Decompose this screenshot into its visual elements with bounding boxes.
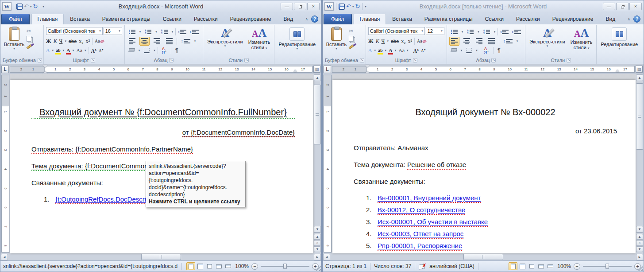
- bold-button[interactable]: Ж: [46, 38, 51, 44]
- underline-button[interactable]: Ч: [59, 38, 63, 44]
- font-size-combo[interactable]: 12▾: [426, 27, 444, 35]
- horizontal-scroll-track[interactable]: [331, 254, 636, 260]
- tab-review[interactable]: Рецензирование: [224, 14, 278, 24]
- justify-button[interactable]: [164, 37, 174, 46]
- right-margin-marker[interactable]: [616, 68, 619, 72]
- superscript-button[interactable]: x²: [85, 38, 90, 44]
- decrease-indent-button[interactable]: [178, 28, 188, 35]
- sort-button[interactable]: АЯ↓: [160, 46, 169, 55]
- underline-button[interactable]: Ч: [382, 38, 385, 44]
- tab-selector-button[interactable]: L: [1, 66, 9, 73]
- vertical-scroll-track[interactable]: [314, 81, 321, 226]
- undo-dropdown-icon[interactable]: ▾: [352, 5, 354, 8]
- quick-styles-button[interactable]: A Экспресс-стили ▾: [204, 26, 245, 57]
- zoom-level[interactable]: 100%: [557, 263, 571, 269]
- italic-button[interactable]: К: [376, 38, 379, 44]
- document-page[interactable]: Входящий документ № Вх-000022 от 23.06.2…: [332, 80, 636, 253]
- fullscreen-reading-view-button[interactable]: [196, 262, 204, 270]
- shading-button[interactable]: [127, 47, 136, 54]
- draft-view-button[interactable]: [224, 262, 232, 270]
- redo-button[interactable]: ↻: [355, 3, 360, 11]
- increase-indent-button[interactable]: [513, 28, 523, 35]
- tab-page-layout[interactable]: Разметка страницы: [418, 14, 479, 24]
- tab-page-layout[interactable]: Разметка страницы: [96, 14, 157, 24]
- font-name-combo[interactable]: Calibri (Основной тек▾: [46, 27, 103, 35]
- horizontal-scrollbar[interactable]: ◄ ►: [323, 253, 644, 260]
- zoom-slider-thumb[interactable]: [605, 264, 609, 269]
- sort-button[interactable]: АЯ↓: [482, 46, 491, 55]
- hanging-indent-marker[interactable]: [365, 69, 370, 74]
- clear-formatting-button[interactable]: Аа: [417, 38, 426, 44]
- horizontal-scrollbar[interactable]: ◄ ►: [0, 253, 321, 260]
- paste-dropdown-icon[interactable]: ▾: [13, 47, 15, 51]
- restore-button[interactable]: [616, 3, 629, 10]
- vertical-scrollbar[interactable]: ▲ ▼ ▲ ○ ▼: [313, 74, 321, 253]
- highlight-button[interactable]: ab: [378, 47, 383, 54]
- vertical-ruler[interactable]: 21 12345678: [323, 74, 332, 253]
- numbering-button[interactable]: [143, 28, 153, 35]
- print-layout-view-button[interactable]: [186, 262, 195, 270]
- grow-font-button[interactable]: А: [413, 47, 419, 54]
- align-left-button[interactable]: [449, 37, 459, 46]
- next-page-button[interactable]: ▼: [636, 246, 643, 252]
- text-effects-button[interactable]: А: [46, 47, 50, 54]
- bullets-button[interactable]: [127, 28, 137, 35]
- ruler-toggle-button[interactable]: ▤: [313, 66, 320, 73]
- subscript-button[interactable]: x₂: [79, 38, 83, 44]
- font-color-button[interactable]: А: [389, 47, 393, 54]
- redo-button[interactable]: ↻: [33, 3, 38, 11]
- show-marks-button[interactable]: ¶: [174, 46, 180, 55]
- help-icon[interactable]: ?: [311, 16, 318, 23]
- help-icon[interactable]: ?: [633, 16, 640, 23]
- save-button[interactable]: [339, 4, 345, 10]
- format-painter-icon[interactable]: [27, 44, 32, 49]
- zoom-out-button[interactable]: −: [251, 263, 258, 270]
- borders-button[interactable]: [464, 47, 474, 54]
- save-button[interactable]: [16, 4, 23, 10]
- zoom-level[interactable]: 100%: [235, 263, 249, 269]
- collapse-ribbon-icon[interactable]: ∧: [627, 17, 630, 21]
- shading-button[interactable]: [449, 47, 459, 54]
- clear-formatting-button[interactable]: Аа: [95, 38, 104, 44]
- align-right-button[interactable]: [474, 37, 484, 46]
- next-page-button[interactable]: ▼: [314, 246, 321, 252]
- superscript-button[interactable]: x²: [408, 38, 412, 44]
- paste-button[interactable]: Вставить ▾: [325, 26, 348, 57]
- borders-button[interactable]: [142, 47, 151, 54]
- clipboard-dialog-launcher[interactable]: ↘: [38, 58, 42, 62]
- related-document-link[interactable]: Рпр-000001, Распоряжение: [378, 242, 462, 251]
- undo-dropdown-icon[interactable]: ▾: [30, 5, 32, 8]
- increase-indent-button[interactable]: [190, 28, 201, 35]
- scroll-up-button[interactable]: ▲: [636, 74, 643, 81]
- underline-dropdown-icon[interactable]: ▾: [387, 39, 389, 43]
- tab-insert[interactable]: Вставка: [386, 14, 418, 24]
- align-center-button[interactable]: [462, 37, 472, 46]
- show-marks-button[interactable]: ¶: [496, 46, 502, 55]
- bold-button[interactable]: Ж: [368, 38, 374, 44]
- outline-view-button[interactable]: [536, 262, 545, 270]
- vertical-scroll-thumb[interactable]: [636, 83, 643, 150]
- subscript-button[interactable]: x₂: [401, 38, 405, 44]
- outline-view-button[interactable]: [214, 262, 223, 270]
- related-document-link[interactable]: Вх-00012, О сотрудничестве: [378, 206, 465, 215]
- align-left-button[interactable]: [127, 37, 137, 46]
- qat-customize-button[interactable]: ▾: [42, 5, 44, 8]
- strikethrough-button[interactable]: abe: [69, 38, 77, 44]
- related-document-link[interactable]: Исх-00003, Ответ на запрос: [378, 230, 463, 239]
- vertical-scroll-thumb[interactable]: [314, 85, 321, 144]
- horizontal-ruler[interactable]: 21 1234567891011121314151617: [332, 66, 635, 73]
- align-center-button[interactable]: [139, 37, 150, 46]
- restore-button[interactable]: [294, 3, 306, 10]
- tab-references[interactable]: Ссылки: [157, 14, 188, 24]
- line-spacing-button[interactable]: [179, 37, 192, 45]
- change-case-button[interactable]: Аа: [76, 47, 82, 54]
- proofing-errors-icon[interactable]: [419, 264, 426, 269]
- scroll-right-button[interactable]: ►: [636, 254, 643, 260]
- related-document-link[interactable]: Исх-000001, Об участии в выставке: [378, 218, 488, 227]
- minimize-button[interactable]: —: [603, 3, 615, 10]
- scroll-down-button[interactable]: ▼: [314, 226, 321, 233]
- qat-customize-button[interactable]: ▾: [365, 5, 366, 8]
- zoom-in-button[interactable]: +: [634, 263, 641, 270]
- tab-home[interactable]: Главная: [354, 14, 386, 24]
- select-browse-object-button[interactable]: ○: [314, 240, 321, 246]
